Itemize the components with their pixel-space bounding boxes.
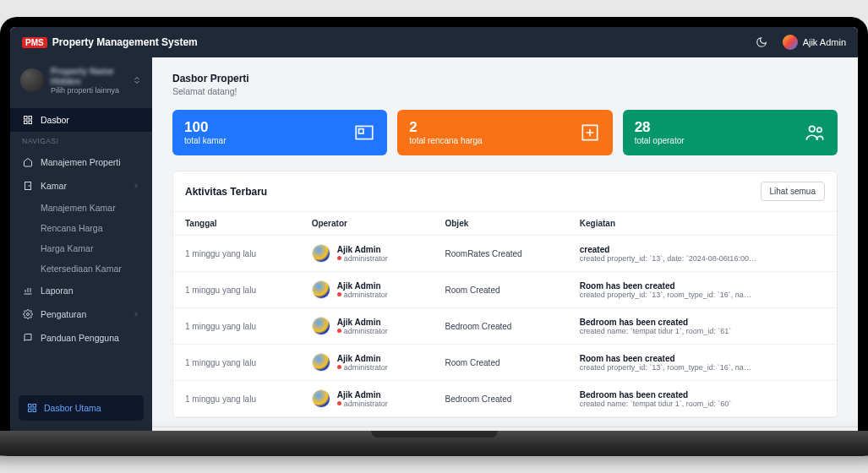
cell-objek: Bedroom Created (433, 308, 567, 345)
room-icon (353, 122, 375, 144)
sidebar-subitem-rencana-harga[interactable]: Rencana Harga (10, 218, 152, 238)
sidebar-item-panduan[interactable]: Panduan Pengguna (10, 326, 152, 350)
stat-card-kamar[interactable]: 100 total kamar (172, 110, 387, 155)
operator-role: administrator (337, 363, 388, 372)
topbar-right: Ajik Admin (752, 33, 846, 52)
sidebar-item-kamar[interactable]: Kamar (10, 174, 152, 198)
brand-title: Property Management System (52, 36, 198, 48)
activity-action-detail: created property_id: `13`, date: `2024-0… (580, 254, 757, 263)
users-icon (804, 122, 826, 144)
user-menu[interactable]: Ajik Admin (783, 35, 846, 50)
cell-kegiatan: createdcreated property_id: `13`, date: … (568, 236, 837, 272)
sidebar-main-dashboard-button[interactable]: Dasbor Utama (19, 395, 144, 421)
stat-label: total kamar (184, 136, 353, 145)
cell-operator: Ajik Adminadministrator (300, 236, 434, 272)
svg-rect-0 (25, 117, 28, 120)
cell-operator: Ajik Adminadministrator (300, 308, 434, 345)
user-name: Ajik Admin (803, 37, 846, 47)
operator-name: Ajik Admin (337, 281, 388, 291)
sidebar-footer-label: Dasbor Utama (44, 403, 101, 413)
cell-tanggal: 1 minggu yang lalu (173, 236, 300, 272)
sidebar-item-pengaturan[interactable]: Pengaturan (10, 302, 152, 326)
page-title: Dasbor Properti (172, 73, 838, 84)
sidebar-item-label: Panduan Pengguna (41, 333, 119, 343)
activity-action-title: Bedroom has been created (580, 390, 825, 400)
operator-avatar-icon (312, 317, 330, 335)
see-all-button[interactable]: Lihat semua (761, 182, 825, 201)
svg-rect-9 (29, 409, 32, 412)
cell-objek: Room Created (433, 272, 567, 308)
sidebar-item-dasbor[interactable]: Dasbor (10, 108, 152, 132)
operator-avatar-icon (312, 280, 330, 299)
property-picker[interactable]: Property Name Hidden Pilih properti lain… (10, 57, 152, 103)
table-row: 1 minggu yang laluAjik Adminadministrato… (173, 308, 837, 345)
topbar: PMS Property Management System Ajik Admi… (10, 27, 858, 57)
col-operator: Operator (300, 212, 434, 236)
sidebar-item-laporan[interactable]: Laporan (10, 279, 152, 302)
cell-kegiatan: Room has been createdcreated property_id… (568, 272, 837, 308)
gear-icon (22, 308, 34, 320)
col-kegiatan: Kegiatan (568, 212, 837, 236)
stat-card-rencana-harga[interactable]: 2 total rencana harga (397, 110, 612, 155)
user-avatar-icon (783, 35, 798, 50)
cell-tanggal: 1 minggu yang lalu (173, 272, 300, 308)
sidebar-item-label: Manajemen Properti (41, 157, 121, 167)
stats-row: 100 total kamar 2 (172, 110, 838, 155)
operator-avatar-icon (312, 353, 330, 372)
operator-name: Ajik Admin (337, 390, 388, 400)
||TABLE||: Tanggal Operator Objek Kegiatan 1 minggu… (173, 211, 837, 417)
dashboard-icon (22, 114, 34, 126)
activity-title: Aktivitas Terbaru (185, 186, 267, 198)
table-row: 1 minggu yang laluAjik Adminadministrato… (173, 272, 837, 308)
sidebar-subitem-manajemen-kamar[interactable]: Manajemen Kamar (10, 198, 152, 218)
moon-icon (756, 36, 767, 48)
sidebar-section-label: NAVIGASI (10, 132, 152, 150)
table-row: 1 minggu yang laluAjik Adminadministrato… (173, 345, 837, 381)
svg-rect-3 (29, 121, 32, 124)
activity-action-title: Room has been created (580, 281, 825, 291)
property-picker-sub: Pilih properti lainnya (51, 86, 125, 95)
stat-value: 100 (184, 120, 353, 134)
theme-toggle-button[interactable] (752, 33, 771, 52)
activity-action-detail: created name: `tempat tidur 1`, room_id:… (580, 400, 757, 408)
sidebar-item-label: Kamar (41, 181, 67, 191)
home-icon (22, 156, 34, 168)
cell-objek: Bedroom Created (433, 381, 567, 417)
cell-kegiatan: Bedroom has been createdcreated name: `t… (568, 381, 837, 417)
col-objek: Objek (433, 212, 567, 236)
sidebar-subitem-ketersediaan-kamar[interactable]: Ketersediaan Kamar (10, 258, 152, 279)
swap-icon (132, 75, 142, 85)
svg-point-5 (29, 186, 30, 187)
chart-icon (22, 285, 34, 296)
dashboard-icon (27, 403, 37, 413)
sidebar-item-label: Dasbor (41, 115, 69, 125)
operator-name: Ajik Admin (337, 245, 388, 254)
cell-objek: RoomRates Created (433, 236, 567, 272)
stat-card-operator[interactable]: 28 total operator (623, 110, 838, 155)
activity-action-title: Room has been created (580, 354, 825, 363)
operator-role: administrator (337, 400, 388, 408)
sidebar: Property Name Hidden Pilih properti lain… (10, 57, 152, 431)
activity-action-title: created (580, 245, 825, 254)
table-row: 1 minggu yang laluAjik Adminadministrato… (173, 381, 837, 417)
operator-role: administrator (337, 327, 388, 335)
cell-tanggal: 1 minggu yang lalu (173, 381, 300, 417)
property-avatar-icon (20, 68, 44, 92)
operator-role: administrator (337, 254, 388, 263)
svg-point-14 (809, 126, 815, 132)
operator-avatar-icon (312, 244, 330, 263)
col-tanggal: Tanggal (173, 212, 300, 236)
stat-label: total rencana harga (409, 136, 578, 145)
operator-name: Ajik Admin (337, 318, 388, 327)
sidebar-subitem-harga-kamar[interactable]: Harga Kamar (10, 238, 152, 258)
sidebar-item-manajemen-properti[interactable]: Manajemen Properti (10, 150, 152, 174)
cell-objek: Room Created (433, 345, 567, 381)
stat-label: total operator (635, 136, 804, 145)
svg-rect-12 (359, 129, 363, 133)
operator-role: administrator (337, 291, 388, 299)
operator-avatar-icon (312, 389, 330, 408)
svg-rect-8 (33, 405, 36, 408)
cell-tanggal: 1 minggu yang lalu (173, 308, 300, 345)
svg-point-6 (27, 313, 30, 316)
activity-action-detail: created property_id: `13`, room_type_id:… (580, 291, 757, 299)
